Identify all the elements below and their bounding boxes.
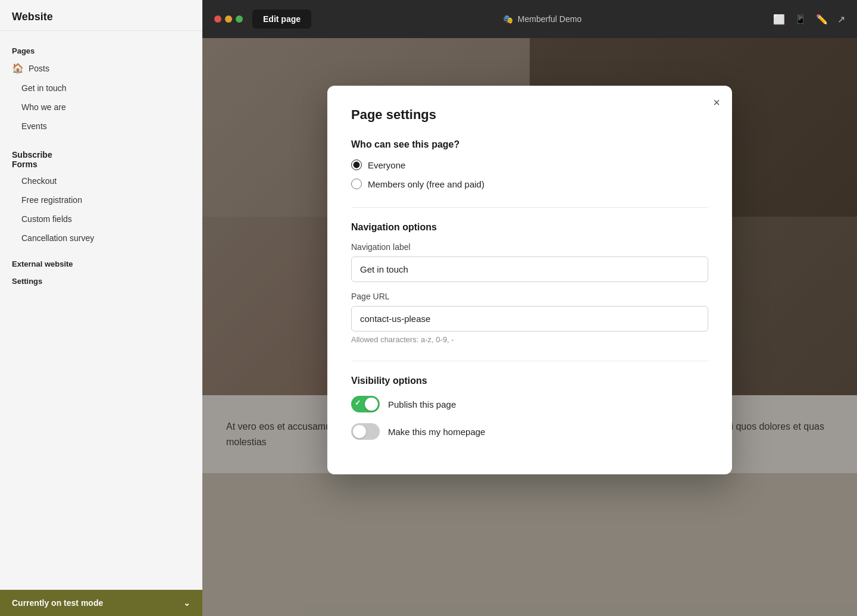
test-mode-chevron: ⌄ [183,598,190,608]
topbar-brand: 🎭 Memberful Demo [321,14,764,24]
sidebar-item-events[interactable]: Events [0,117,202,136]
test-mode-bar[interactable]: Currently on test mode ⌄ [0,590,202,616]
who-can-see-title: Who can see this page? [351,139,708,150]
topbar: Edit page 🎭 Memberful Demo ⬜ 📱 ✏️ ↗ [202,0,857,38]
modal-overlay: × Page settings Who can see this page? E… [202,38,857,616]
sidebar-header: Website [0,0,202,31]
homepage-slider [351,423,380,440]
traffic-light-red [214,15,221,23]
traffic-light-yellow [225,15,232,23]
main-area: Edit page 🎭 Memberful Demo ⬜ 📱 ✏️ ↗ At v… [202,0,857,616]
posts-item[interactable]: 🏠 Posts [0,58,202,79]
radio-members-only[interactable]: Members only (free and paid) [351,179,708,189]
radio-everyone-label: Everyone [368,160,405,170]
forms-label: Forms [0,160,202,171]
desktop-icon[interactable]: ⬜ [773,14,785,25]
modal-close-button[interactable]: × [713,96,720,108]
visibility-options-section: Visibility options Publish this page [351,376,708,440]
nav-label-field-label: Navigation label [351,242,708,252]
sidebar-item-checkout[interactable]: Checkout [0,171,202,190]
radio-everyone[interactable]: Everyone [351,160,708,170]
subscribe-label: Subscribe [0,142,202,160]
navigation-options-section: Navigation options Navigation label Page… [351,222,708,344]
publish-page-toggle[interactable] [351,396,380,412]
brand-name: Memberful Demo [518,14,581,24]
mobile-icon[interactable]: 📱 [795,14,806,25]
publish-page-toggle-row: Publish this page [351,396,708,412]
radio-members-only-label: Members only (free and paid) [368,179,484,189]
external-website-label: External website [0,254,202,271]
sidebar-title: Website [12,11,53,23]
homepage-label: Make this my homepage [388,427,485,437]
pages-section-label: Pages [0,40,202,58]
section-divider-1 [351,207,708,208]
pencil-icon[interactable]: ✏️ [816,14,828,25]
traffic-lights [214,15,243,23]
topbar-actions: ⬜ 📱 ✏️ ↗ [773,14,845,25]
preview-area: At vero eos et accusamus et iusto odio d… [202,38,857,616]
sidebar-item-free-registration[interactable]: Free registration [0,190,202,209]
page-url-input[interactable] [351,306,708,332]
homepage-toggle-row: Make this my homepage [351,423,708,440]
sidebar: Website Pages 🏠 Posts Get in touch Who w… [0,0,202,616]
edit-page-button[interactable]: Edit page [252,10,311,29]
nav-options-title: Navigation options [351,222,708,233]
sidebar-bottom: Currently on test mode ⌄ [0,590,202,616]
publish-page-slider [351,396,380,412]
modal-title: Page settings [351,107,708,123]
radio-everyone-input[interactable] [351,160,362,170]
home-icon: 🏠 [12,62,24,74]
sidebar-item-get-in-touch[interactable]: Get in touch [0,79,202,98]
sidebar-item-custom-fields[interactable]: Custom fields [0,209,202,229]
sidebar-item-who-we-are[interactable]: Who we are [0,98,202,117]
external-link-icon[interactable]: ↗ [837,14,845,25]
who-can-see-section: Who can see this page? Everyone Members … [351,139,708,189]
sidebar-item-cancellation-survey[interactable]: Cancellation survey [0,229,202,248]
page-url-field-label: Page URL [351,292,708,301]
section-divider-2 [351,361,708,361]
page-settings-modal: × Page settings Who can see this page? E… [327,86,732,474]
posts-label: Posts [29,64,49,73]
sidebar-body: Pages 🏠 Posts Get in touch Who we are Ev… [0,31,202,590]
brand-icon: 🎭 [503,14,513,24]
visibility-options-title: Visibility options [351,376,708,386]
traffic-light-green [236,15,243,23]
settings-label: Settings [0,271,202,288]
radio-members-only-input[interactable] [351,179,362,189]
page-url-hint: Allowed characters: a-z, 0-9, - [351,335,708,344]
visibility-radio-group: Everyone Members only (free and paid) [351,160,708,189]
test-mode-label: Currently on test mode [12,598,103,608]
publish-page-label: Publish this page [388,399,456,409]
homepage-toggle[interactable] [351,423,380,440]
nav-label-input[interactable] [351,257,708,282]
